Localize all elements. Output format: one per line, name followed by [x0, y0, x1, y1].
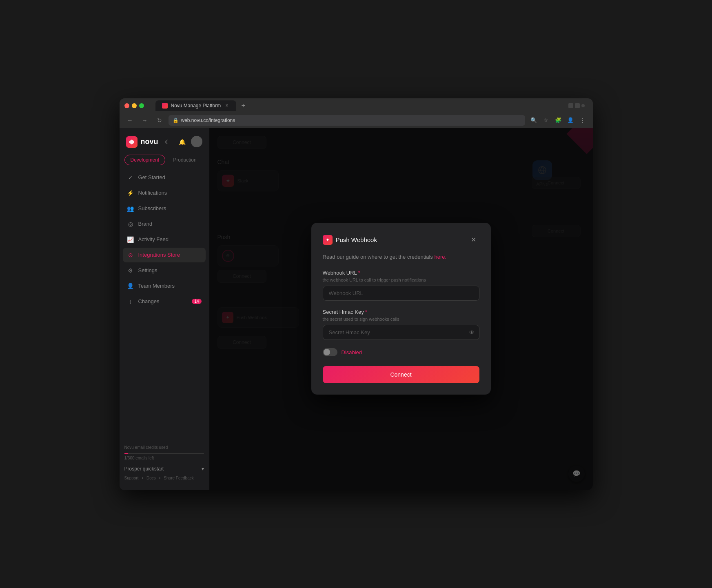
menu-icon[interactable]: ⋮	[577, 115, 588, 126]
window-control	[568, 103, 573, 108]
support-link[interactable]: Support	[124, 476, 139, 480]
subscribers-icon: 👥	[127, 205, 134, 212]
guide-text: Read our guide on where to get the crede…	[323, 253, 479, 261]
required-indicator: *	[358, 270, 360, 276]
docs-link[interactable]: Docs	[146, 476, 156, 480]
team-members-icon: 👤	[127, 282, 134, 290]
theme-toggle-button[interactable]: ☾	[162, 136, 174, 148]
new-tab-button[interactable]: +	[238, 100, 248, 111]
webhook-url-label: Webhook URL *	[323, 270, 479, 276]
settings-icon: ⚙	[127, 267, 134, 274]
back-button[interactable]: ←	[124, 115, 136, 126]
tab-favicon-icon	[162, 103, 168, 109]
traffic-lights	[124, 103, 144, 108]
sidebar-item-changes[interactable]: ↕ Changes 14	[123, 294, 206, 309]
push-webhook-modal: ✦ Push Webhook ✕ Read our guide on where…	[311, 223, 491, 395]
sidebar-item-label: Team Members	[138, 283, 175, 289]
development-env-button[interactable]: Development	[124, 155, 166, 165]
notifications-icon: ⚡	[127, 189, 134, 197]
window-control	[575, 103, 580, 108]
sidebar-item-label: Changes	[138, 298, 160, 304]
user-avatar[interactable]	[191, 136, 202, 147]
main-content: Connect Chat ✦ Slack	[209, 128, 593, 490]
production-env-button[interactable]: Production	[167, 155, 202, 165]
bookmark-icon[interactable]: ☆	[541, 115, 551, 126]
workspace-name: Prosper quickstart	[124, 466, 164, 472]
activity-feed-icon: 📈	[127, 236, 134, 243]
credits-label: Novu email credits used	[124, 445, 204, 450]
required-indicator: *	[365, 309, 367, 315]
feedback-link[interactable]: Share Feedback	[164, 476, 193, 480]
secret-hmac-label: Secret Hmac Key *	[323, 309, 479, 315]
secret-hmac-input[interactable]	[323, 325, 479, 340]
close-button[interactable]	[124, 103, 129, 108]
secret-hmac-input-wrapper: 👁	[323, 325, 479, 340]
guide-link[interactable]: here.	[434, 254, 446, 260]
changes-badge: 14	[192, 299, 201, 304]
forward-button[interactable]: →	[139, 115, 151, 126]
footer-links: Support • Docs • Share Feedback	[124, 476, 204, 480]
sidebar-item-label: Notifications	[138, 190, 167, 196]
sidebar-item-notifications[interactable]: ⚡ Notifications	[123, 186, 206, 200]
credits-progress-fill	[124, 453, 129, 454]
sidebar-item-label: Activity Feed	[138, 236, 169, 242]
extensions-icon[interactable]: 🧩	[553, 115, 563, 126]
notifications-bell-icon[interactable]: 🔔	[176, 136, 189, 148]
window-control	[581, 104, 585, 107]
profile-icon[interactable]: 👤	[565, 115, 576, 126]
sidebar: novu ☾ 🔔 Development Production ✓ Get St…	[120, 128, 209, 490]
url-text: web.novu.co/integrations	[181, 118, 235, 123]
get-started-icon: ✓	[127, 174, 134, 181]
toggle-knob	[324, 349, 330, 355]
modal-title: Push Webhook	[336, 236, 377, 243]
reload-button[interactable]: ↻	[154, 115, 165, 126]
logo-text: novu	[141, 138, 158, 146]
modal-header: ✦ Push Webhook ✕	[323, 234, 479, 246]
sidebar-footer: Novu email credits used 1/300 emails lef…	[120, 440, 209, 485]
sidebar-item-activity-feed[interactable]: 📈 Activity Feed	[123, 232, 206, 247]
modal-connect-button[interactable]: Connect	[323, 366, 479, 383]
enabled-toggle[interactable]	[323, 348, 337, 356]
env-switcher: Development Production	[120, 155, 209, 165]
secret-hmac-hint: the secret used to sign webhooks calls	[323, 317, 479, 322]
modal-close-button[interactable]: ✕	[468, 234, 479, 246]
workspace-selector[interactable]: Prosper quickstart ▾	[124, 464, 204, 474]
sidebar-item-label: Integrations Store	[138, 252, 180, 258]
sidebar-item-label: Subscribers	[138, 205, 166, 211]
sidebar-item-label: Brand	[138, 221, 153, 227]
sidebar-item-integrations-store[interactable]: ⊙ Integrations Store	[123, 248, 206, 262]
tab-title: Novu Manage Platform	[171, 103, 221, 109]
app-header: novu ☾ 🔔	[120, 133, 209, 155]
credits-progress-bar	[124, 453, 204, 454]
browser-tab[interactable]: Novu Manage Platform ✕	[155, 100, 237, 111]
webhook-url-hint: the webhook URL to call to trigger push …	[323, 277, 479, 282]
tab-close-icon[interactable]: ✕	[224, 103, 230, 109]
sidebar-item-label: Get Started	[138, 174, 165, 180]
maximize-button[interactable]	[139, 103, 144, 108]
novu-logo: novu	[126, 136, 158, 148]
minimize-button[interactable]	[132, 103, 137, 108]
sidebar-item-brand[interactable]: ◎ Brand	[123, 217, 206, 231]
chevron-down-icon: ▾	[202, 466, 204, 472]
sidebar-item-settings[interactable]: ⚙ Settings	[123, 263, 206, 278]
toggle-row: Disabled	[323, 348, 479, 356]
modal-overlay[interactable]: ✦ Push Webhook ✕ Read our guide on where…	[209, 128, 593, 490]
modal-provider-icon: ✦	[323, 235, 333, 245]
sidebar-item-subscribers[interactable]: 👥 Subscribers	[123, 201, 206, 216]
brand-icon: ◎	[127, 220, 134, 228]
logo-icon	[126, 136, 138, 148]
secret-hmac-group: Secret Hmac Key * the secret used to sig…	[323, 309, 479, 340]
changes-icon: ↕	[127, 298, 134, 305]
password-toggle-icon[interactable]: 👁	[469, 329, 475, 336]
sidebar-item-label: Settings	[138, 267, 157, 273]
sidebar-navigation: ✓ Get Started ⚡ Notifications 👥 Subscrib…	[120, 170, 209, 440]
integrations-store-icon: ⊙	[127, 251, 134, 259]
search-icon[interactable]: 🔍	[528, 115, 539, 126]
address-bar[interactable]: 🔒 web.novu.co/integrations	[169, 115, 525, 126]
credits-left: 1/300 emails left	[124, 456, 204, 460]
sidebar-item-get-started[interactable]: ✓ Get Started	[123, 170, 206, 185]
webhook-url-input[interactable]	[323, 286, 479, 301]
sidebar-item-team-members[interactable]: 👤 Team Members	[123, 279, 206, 293]
toggle-label: Disabled	[342, 349, 362, 355]
modal-title-row: ✦ Push Webhook	[323, 235, 377, 245]
